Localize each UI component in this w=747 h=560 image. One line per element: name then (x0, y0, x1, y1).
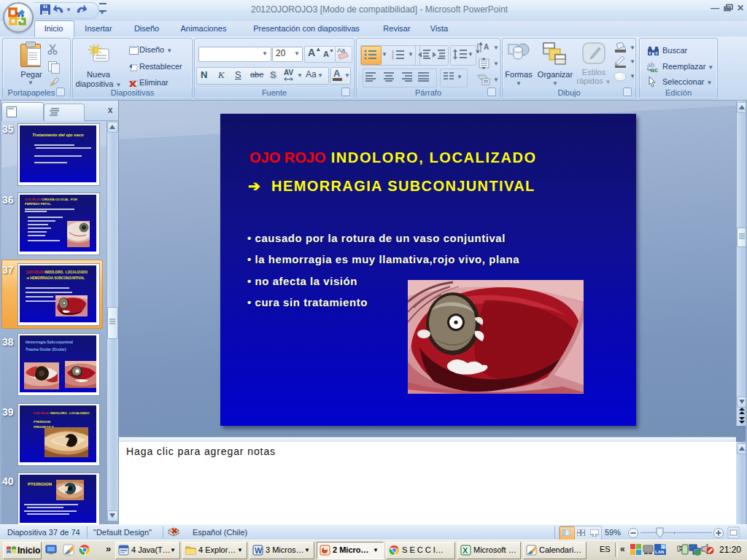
svg-text:LAN: LAN (655, 550, 664, 554)
svg-text:3: 3 (392, 57, 394, 60)
svg-text:ac: ac (651, 66, 658, 73)
svg-text:X: X (462, 546, 468, 555)
svg-text:W: W (255, 546, 263, 555)
svg-text:A: A (484, 43, 489, 51)
svg-text:B: B (662, 545, 665, 549)
